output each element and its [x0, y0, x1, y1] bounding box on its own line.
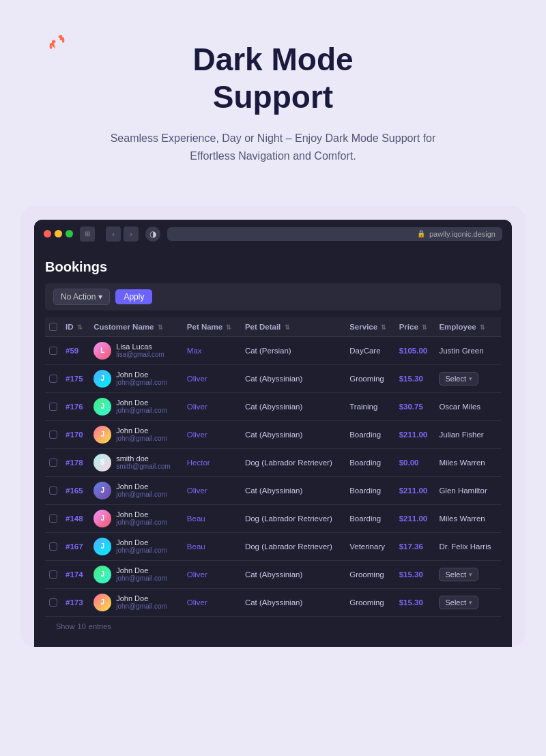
row-price: $211.00 — [395, 504, 435, 532]
row-id: #59 — [61, 336, 89, 364]
row-service: Boarding — [345, 504, 394, 532]
back-button[interactable]: ‹ — [106, 227, 121, 242]
header-service: Service ⇅ — [345, 317, 394, 337]
row-id: #148 — [61, 504, 89, 532]
forward-button[interactable]: › — [124, 227, 139, 242]
table-row: #167 J John Doe john@gmail.com Beau Dog … — [45, 532, 501, 560]
row-pet-name: Oliver — [183, 420, 241, 448]
table-row: #173 J John Doe john@gmail.com Oliver Ca… — [45, 588, 501, 616]
row-id: #170 — [61, 420, 89, 448]
row-pet-detail: Cat (Abyssinian) — [241, 476, 345, 504]
customer-info: Lisa Lucas lisa@gmail.com — [116, 343, 164, 358]
customer-name: John Doe — [116, 398, 167, 407]
row-checkbox-cell — [45, 364, 61, 392]
customer-name: smith doe — [116, 454, 171, 463]
avatar-letter: J — [100, 486, 104, 494]
window-icon: ⊞ — [80, 227, 95, 242]
sort-icon: ⇅ — [422, 324, 427, 331]
row-checkbox-cell — [45, 448, 61, 476]
avatar-letter: J — [100, 403, 104, 410]
employee-select-button[interactable]: Select ▾ — [439, 596, 478, 609]
customer-email: john@gmail.com — [116, 602, 167, 610]
row-checkbox[interactable] — [49, 486, 57, 495]
avatar: J — [94, 426, 111, 444]
employee-select-button[interactable]: Select ▾ — [439, 568, 478, 581]
row-price: $17.36 — [395, 532, 435, 560]
row-checkbox[interactable] — [49, 542, 57, 551]
dot-yellow[interactable] — [55, 230, 62, 237]
browser-nav: ‹ › — [106, 227, 139, 242]
select-label: Select — [445, 375, 466, 383]
row-id: #178 — [61, 448, 89, 476]
table-row: #148 J John Doe john@gmail.com Beau Dog … — [45, 504, 501, 532]
row-price: $0.00 — [395, 448, 435, 476]
row-employee: Julian Fisher — [435, 420, 501, 448]
avatar-letter: S — [100, 459, 105, 466]
sort-icon: ⇅ — [158, 324, 163, 331]
row-employee: Select ▾ — [435, 588, 501, 616]
row-checkbox[interactable] — [49, 431, 57, 439]
row-pet-name: Oliver — [183, 588, 241, 616]
theme-toggle-button[interactable]: ◑ — [145, 227, 160, 242]
customer-info: John Doe john@gmail.com — [116, 370, 167, 386]
customer-email: john@gmail.com — [116, 491, 167, 498]
action-toolbar: No Action ▾ Apply — [45, 283, 501, 310]
row-checkbox[interactable] — [49, 570, 57, 579]
employee-select-button[interactable]: Select ▾ — [439, 372, 478, 386]
row-price: $211.00 — [395, 476, 435, 504]
url-bar[interactable]: 🔒 pawlly.iqonic.design — [167, 227, 502, 241]
sort-icon: ⇅ — [381, 324, 386, 331]
row-pet-name: Beau — [183, 532, 241, 560]
row-employee: Oscar Miles — [435, 392, 501, 420]
sort-icon: ⇅ — [226, 324, 231, 331]
row-checkbox[interactable] — [49, 403, 57, 411]
row-pet-name: Max — [183, 336, 241, 364]
row-pet-name: Oliver — [183, 392, 241, 420]
table-row: #175 J John Doe john@gmail.com Oliver Ca… — [45, 364, 501, 392]
table-row: #165 J John Doe john@gmail.com Oliver Ca… — [45, 476, 501, 504]
employee-name: Justin Green — [439, 347, 483, 355]
avatar-letter: J — [100, 598, 104, 606]
dot-green[interactable] — [66, 230, 73, 237]
row-checkbox-cell — [45, 504, 61, 532]
entries-label: entries — [89, 622, 111, 630]
customer-email: john@gmail.com — [116, 435, 167, 442]
row-checkbox[interactable] — [49, 598, 57, 607]
row-customer: J John Doe john@gmail.com — [89, 504, 183, 532]
row-price: $30.75 — [395, 392, 435, 420]
customer-email: john@gmail.com — [116, 379, 167, 386]
row-employee: Select ▾ — [435, 364, 501, 392]
lock-icon: 🔒 — [417, 230, 425, 237]
customer-name: Lisa Lucas — [116, 343, 164, 351]
row-service: Grooming — [345, 588, 394, 616]
row-checkbox[interactable] — [49, 347, 57, 355]
row-checkbox[interactable] — [49, 459, 57, 467]
row-pet-detail: Dog (Labrador Retriever) — [241, 532, 345, 560]
url-text: pawlly.iqonic.design — [429, 230, 495, 238]
row-pet-detail: Cat (Persian) — [241, 336, 345, 364]
browser-toolbar: ⊞ ‹ › ◑ 🔒 pawlly.iqonic.design — [34, 220, 512, 248]
row-service: DayCare — [345, 336, 394, 364]
table-footer: Show 10 entries — [45, 617, 501, 636]
sort-icon: ⇅ — [285, 324, 290, 331]
row-id: #167 — [61, 532, 89, 560]
apply-button[interactable]: Apply — [115, 289, 152, 304]
customer-info: John Doe john@gmail.com — [116, 566, 167, 582]
row-pet-detail: Cat (Abyssinian) — [241, 560, 345, 588]
header-employee: Employee ⇅ — [435, 317, 501, 337]
entries-count: 10 — [78, 622, 86, 630]
row-checkbox[interactable] — [49, 375, 57, 383]
sort-icon: ⇅ — [77, 324, 83, 331]
select-all-checkbox[interactable] — [49, 323, 57, 331]
customer-info: smith doe smith@gmail.com — [116, 454, 171, 470]
dot-red[interactable] — [44, 230, 51, 237]
avatar-letter: J — [100, 542, 104, 550]
table-header-row: ID ⇅ Customer Name ⇅ Pet Name ⇅ Pet Deta… — [45, 317, 501, 337]
customer-email: john@gmail.com — [116, 407, 167, 414]
customer-email: john@gmail.com — [116, 519, 167, 526]
row-checkbox[interactable] — [49, 514, 57, 523]
no-action-button[interactable]: No Action ▾ — [53, 289, 110, 305]
table-row: #176 J John Doe john@gmail.com Oliver Ca… — [45, 392, 501, 420]
row-pet-detail: Dog (Labrador Retriever) — [241, 504, 345, 532]
row-pet-name: Oliver — [183, 476, 241, 504]
